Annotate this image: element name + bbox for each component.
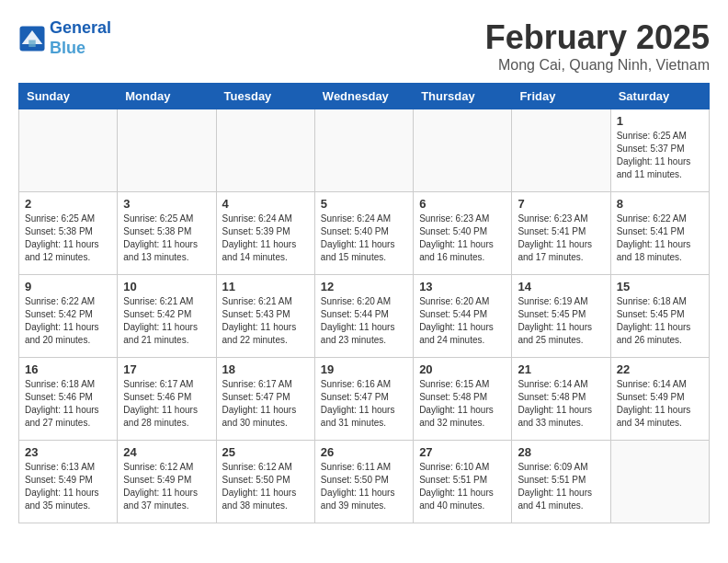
calendar-cell [118,109,216,192]
day-info: Sunrise: 6:18 AM Sunset: 5:45 PM Dayligh… [617,295,703,347]
day-number: 13 [419,280,506,293]
day-number: 20 [419,362,506,376]
day-number: 16 [25,362,111,376]
day-number: 17 [123,362,210,376]
day-number: 6 [419,197,506,211]
day-number: 12 [321,280,407,293]
day-info: Sunrise: 6:11 AM Sunset: 5:50 PM Dayligh… [321,461,407,512]
calendar-cell: 3Sunrise: 6:25 AM Sunset: 5:38 PM Daylig… [118,192,216,275]
day-number: 1 [617,114,703,128]
day-number: 9 [25,280,111,293]
calendar-cell: 19Sunrise: 6:16 AM Sunset: 5:47 PM Dayli… [314,358,413,441]
calendar-cell [414,109,512,192]
day-info: Sunrise: 6:25 AM Sunset: 5:37 PM Dayligh… [617,130,703,181]
day-info: Sunrise: 6:16 AM Sunset: 5:47 PM Dayligh… [321,378,407,430]
day-number: 11 [222,280,309,293]
day-info: Sunrise: 6:21 AM Sunset: 5:42 PM Dayligh… [123,295,210,347]
day-info: Sunrise: 6:23 AM Sunset: 5:41 PM Dayligh… [518,213,604,264]
calendar-cell: 1Sunrise: 6:25 AM Sunset: 5:37 PM Daylig… [610,109,709,192]
weekday-header: Sunday [19,84,118,109]
calendar-cell [610,441,709,523]
calendar-cell: 22Sunrise: 6:14 AM Sunset: 5:49 PM Dayli… [610,358,709,441]
day-info: Sunrise: 6:21 AM Sunset: 5:43 PM Dayligh… [222,295,309,347]
calendar-cell: 6Sunrise: 6:23 AM Sunset: 5:40 PM Daylig… [414,192,512,275]
calendar-cell [314,109,413,192]
day-info: Sunrise: 6:14 AM Sunset: 5:49 PM Dayligh… [617,378,703,430]
calendar-cell [512,109,610,192]
day-number: 4 [222,197,309,211]
calendar-cell: 12Sunrise: 6:20 AM Sunset: 5:44 PM Dayli… [314,275,413,358]
calendar-cell: 21Sunrise: 6:14 AM Sunset: 5:48 PM Dayli… [512,358,610,441]
calendar-cell: 15Sunrise: 6:18 AM Sunset: 5:45 PM Dayli… [610,275,709,358]
day-number: 23 [25,445,111,459]
day-number: 24 [123,445,210,459]
day-info: Sunrise: 6:20 AM Sunset: 5:44 PM Dayligh… [321,295,407,347]
day-number: 25 [222,445,309,459]
day-number: 5 [321,197,407,211]
calendar-cell: 25Sunrise: 6:12 AM Sunset: 5:50 PM Dayli… [216,441,314,523]
day-number: 18 [222,362,309,376]
weekday-header: Monday [118,84,216,109]
subtitle: Mong Cai, Quang Ninh, Vietnam [485,57,710,74]
calendar-week-row: 23Sunrise: 6:13 AM Sunset: 5:49 PM Dayli… [19,441,710,523]
day-info: Sunrise: 6:24 AM Sunset: 5:39 PM Dayligh… [222,213,309,264]
calendar-cell: 24Sunrise: 6:12 AM Sunset: 5:49 PM Dayli… [118,441,216,523]
calendar-cell: 9Sunrise: 6:22 AM Sunset: 5:42 PM Daylig… [19,275,118,358]
calendar-cell: 27Sunrise: 6:10 AM Sunset: 5:51 PM Dayli… [414,441,512,523]
calendar-cell: 13Sunrise: 6:20 AM Sunset: 5:44 PM Dayli… [414,275,512,358]
calendar-header: SundayMondayTuesdayWednesdayThursdayFrid… [19,84,710,109]
day-info: Sunrise: 6:17 AM Sunset: 5:47 PM Dayligh… [222,378,309,430]
day-info: Sunrise: 6:25 AM Sunset: 5:38 PM Dayligh… [123,213,210,264]
weekday-header: Friday [512,84,610,109]
day-info: Sunrise: 6:18 AM Sunset: 5:46 PM Dayligh… [25,378,111,430]
day-info: Sunrise: 6:12 AM Sunset: 5:50 PM Dayligh… [222,461,309,512]
day-number: 2 [25,197,111,211]
logo-line2: Blue [50,39,111,59]
calendar-cell: 23Sunrise: 6:13 AM Sunset: 5:49 PM Dayli… [19,441,118,523]
calendar-cell: 26Sunrise: 6:11 AM Sunset: 5:50 PM Dayli… [314,441,413,523]
day-info: Sunrise: 6:24 AM Sunset: 5:40 PM Dayligh… [321,213,407,264]
calendar-cell [216,109,314,192]
day-number: 7 [518,197,604,211]
day-info: Sunrise: 6:15 AM Sunset: 5:48 PM Dayligh… [419,378,506,430]
day-info: Sunrise: 6:22 AM Sunset: 5:41 PM Dayligh… [617,213,703,264]
calendar-cell [19,109,118,192]
calendar-cell: 5Sunrise: 6:24 AM Sunset: 5:40 PM Daylig… [314,192,413,275]
day-info: Sunrise: 6:13 AM Sunset: 5:49 PM Dayligh… [25,461,111,512]
calendar-cell: 11Sunrise: 6:21 AM Sunset: 5:43 PM Dayli… [216,275,314,358]
day-info: Sunrise: 6:17 AM Sunset: 5:46 PM Dayligh… [123,378,210,430]
calendar-cell: 14Sunrise: 6:19 AM Sunset: 5:45 PM Dayli… [512,275,610,358]
calendar-cell: 4Sunrise: 6:24 AM Sunset: 5:39 PM Daylig… [216,192,314,275]
day-number: 10 [123,280,210,293]
logo: General Blue [18,18,111,58]
day-info: Sunrise: 6:14 AM Sunset: 5:48 PM Dayligh… [518,378,604,430]
calendar-cell: 20Sunrise: 6:15 AM Sunset: 5:48 PM Dayli… [414,358,512,441]
day-info: Sunrise: 6:25 AM Sunset: 5:38 PM Dayligh… [25,213,111,264]
calendar-cell: 28Sunrise: 6:09 AM Sunset: 5:51 PM Dayli… [512,441,610,523]
calendar-cell: 7Sunrise: 6:23 AM Sunset: 5:41 PM Daylig… [512,192,610,275]
calendar-cell: 16Sunrise: 6:18 AM Sunset: 5:46 PM Dayli… [19,358,118,441]
day-number: 8 [617,197,703,211]
weekday-header: Tuesday [216,84,314,109]
logo-icon [18,25,46,52]
calendar-week-row: 9Sunrise: 6:22 AM Sunset: 5:42 PM Daylig… [19,275,710,358]
day-number: 22 [617,362,703,376]
logo-text: General Blue [50,18,111,58]
main-title: February 2025 [485,18,710,57]
calendar: SundayMondayTuesdayWednesdayThursdayFrid… [18,83,710,523]
day-number: 26 [321,445,407,459]
header: General Blue February 2025 Mong Cai, Qua… [18,18,710,74]
title-area: February 2025 Mong Cai, Quang Ninh, Viet… [485,18,710,74]
day-number: 27 [419,445,506,459]
day-number: 3 [123,197,210,211]
calendar-week-row: 16Sunrise: 6:18 AM Sunset: 5:46 PM Dayli… [19,358,710,441]
calendar-cell: 17Sunrise: 6:17 AM Sunset: 5:46 PM Dayli… [118,358,216,441]
day-info: Sunrise: 6:22 AM Sunset: 5:42 PM Dayligh… [25,295,111,347]
day-info: Sunrise: 6:12 AM Sunset: 5:49 PM Dayligh… [123,461,210,512]
day-info: Sunrise: 6:23 AM Sunset: 5:40 PM Dayligh… [419,213,506,264]
calendar-cell: 18Sunrise: 6:17 AM Sunset: 5:47 PM Dayli… [216,358,314,441]
weekday-header: Wednesday [314,84,413,109]
calendar-week-row: 2Sunrise: 6:25 AM Sunset: 5:38 PM Daylig… [19,192,710,275]
day-info: Sunrise: 6:19 AM Sunset: 5:45 PM Dayligh… [518,295,604,347]
calendar-cell: 8Sunrise: 6:22 AM Sunset: 5:41 PM Daylig… [610,192,709,275]
